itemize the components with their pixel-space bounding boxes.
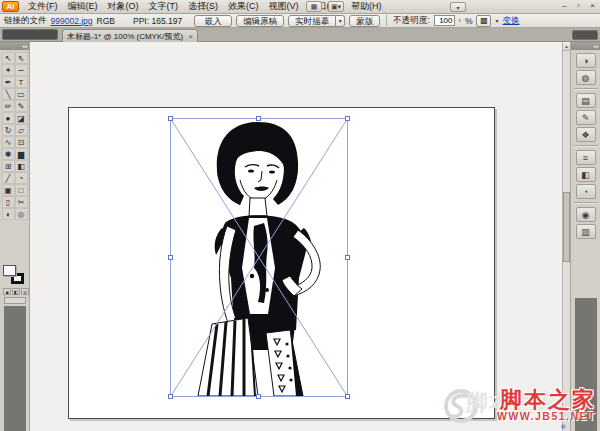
hand-tool[interactable]: ◖ bbox=[2, 208, 15, 220]
workspace-switcher-button[interactable]: ▣▾ bbox=[328, 1, 344, 12]
symbols-panel-icon[interactable]: ❖ bbox=[576, 127, 596, 142]
mesh-tool[interactable]: ⊞ bbox=[2, 160, 15, 172]
brushes-panel-icon[interactable]: ✎ bbox=[576, 110, 596, 125]
recolor-artwork-button[interactable]: ▩ bbox=[476, 15, 491, 27]
menu-item[interactable]: 帮助(H) bbox=[346, 0, 387, 13]
rotate-tool[interactable]: ↻ bbox=[2, 124, 15, 136]
menu-item[interactable]: 编辑(E) bbox=[63, 0, 103, 13]
rectangle-tool[interactable]: ▭ bbox=[15, 88, 28, 100]
scrollbar-up-arrow-icon[interactable]: ▴ bbox=[563, 42, 570, 51]
document-tab-bar: 未标题-1* @ 100% (CMYK/预览) × bbox=[0, 28, 600, 42]
live-trace-dropdown-icon[interactable]: ▾ bbox=[336, 15, 345, 27]
dock-collapse-icon[interactable]: ◂◂ bbox=[571, 42, 600, 50]
selection-handle-top-right[interactable] bbox=[345, 116, 350, 121]
selection-handle-middle-left[interactable] bbox=[168, 255, 173, 260]
filename-link[interactable]: 999002.jpg bbox=[51, 16, 93, 26]
color-button[interactable]: ■ bbox=[3, 288, 11, 295]
restore-button[interactable]: ▫ bbox=[573, 1, 584, 11]
fill-swatch[interactable] bbox=[3, 265, 16, 276]
column-graph-tool[interactable]: ▆ bbox=[15, 148, 28, 160]
color-guide-panel-icon[interactable]: ◍ bbox=[576, 70, 596, 85]
gradient-panel-icon[interactable]: ◧ bbox=[576, 167, 596, 182]
dock-separator[interactable] bbox=[574, 88, 598, 90]
selection-handle-bottom-center[interactable] bbox=[256, 394, 261, 399]
width-tool[interactable]: ∿ bbox=[2, 136, 15, 148]
arrange-documents-button[interactable]: ▦ bbox=[306, 1, 322, 12]
tab-bar-right-button[interactable] bbox=[572, 30, 598, 40]
tool-grid: ↖ ⇖ ✶ ∽ ✒ T ╲ ▭ ✏ ✎ ● ◪ bbox=[0, 50, 29, 220]
eyedropper-tool[interactable]: ╱ bbox=[2, 172, 15, 184]
stroke-panel-icon[interactable]: ≡ bbox=[576, 150, 596, 165]
opacity-dropdown-icon[interactable]: › bbox=[459, 17, 461, 24]
tools-panel-empty-strip bbox=[4, 306, 26, 431]
selection-handle-bottom-left[interactable] bbox=[168, 394, 173, 399]
symbol-sprayer-tool[interactable]: ✱ bbox=[2, 148, 15, 160]
minimize-button[interactable]: – bbox=[559, 1, 570, 11]
menu-item[interactable]: 文件(F) bbox=[23, 0, 63, 13]
color-mode-buttons: ■ ◧ ⊘ bbox=[3, 288, 29, 295]
selection-handle-top-center[interactable] bbox=[256, 116, 261, 121]
pencil-tool[interactable]: ✎ bbox=[15, 100, 28, 112]
selection-handle-middle-right[interactable] bbox=[345, 255, 350, 260]
type-tool[interactable]: T bbox=[15, 76, 28, 88]
site-watermark: 脚本之家 脚本之家 WWW.JB51.NET ※ bbox=[438, 384, 600, 431]
swatches-panel-icon[interactable]: ▤ bbox=[576, 93, 596, 108]
gradient-tool[interactable]: ◧ bbox=[15, 160, 28, 172]
tools-panel: ◂◂ ↖ ⇖ ✶ ∽ ✒ T ╲ ▭ ✏ ✎ ● bbox=[0, 42, 30, 431]
dock-separator[interactable] bbox=[574, 145, 598, 147]
zoom-tool[interactable]: ◎ bbox=[15, 208, 28, 220]
tools-panel-collapse-icon[interactable]: ◂◂ bbox=[0, 42, 29, 50]
none-button[interactable]: ⊘ bbox=[21, 288, 29, 295]
drawing-mode-button[interactable] bbox=[4, 297, 26, 304]
blend-tool[interactable]: ◔ bbox=[15, 172, 28, 184]
combo-dropdown-arrow-icon[interactable]: ▾ bbox=[450, 2, 466, 12]
menu-item[interactable]: 效果(C) bbox=[223, 0, 264, 13]
window-controls: – ▫ × bbox=[559, 1, 598, 11]
vertical-scrollbar[interactable]: ▴ bbox=[562, 42, 570, 431]
dock-separator[interactable] bbox=[574, 202, 598, 204]
menu-bar: Ai 文件(F) 编辑(E) 对象(O) 文字(T) 选择(S) 效果(C) 视… bbox=[0, 0, 600, 14]
appearance-panel-icon[interactable]: ◉ bbox=[576, 207, 596, 222]
free-transform-tool[interactable]: ⊡ bbox=[15, 136, 28, 148]
live-trace-button[interactable]: 实时描摹 bbox=[288, 15, 336, 27]
dock-items: ◑ ◍ ▤ ✎ ❖ ≡ ◧ ◔ ◉ bbox=[571, 50, 600, 240]
transform-link[interactable]: 变换 bbox=[502, 15, 519, 27]
paintbrush-tool[interactable]: ✏ bbox=[2, 100, 15, 112]
recolor-dropdown-icon[interactable]: ▾ bbox=[495, 17, 498, 24]
color-panel-icon[interactable]: ◑ bbox=[576, 53, 596, 68]
placed-image-fashion-illustration[interactable] bbox=[170, 118, 347, 396]
close-button[interactable]: × bbox=[587, 1, 598, 11]
tab-close-icon[interactable]: × bbox=[188, 32, 193, 41]
eraser-tool[interactable]: ◪ bbox=[15, 112, 28, 124]
slice-tool[interactable]: ✂ bbox=[15, 196, 28, 208]
canvas-area[interactable]: ▴ bbox=[30, 42, 570, 431]
layers-panel-icon[interactable]: ▥ bbox=[576, 224, 596, 239]
menu-item[interactable]: 文字(T) bbox=[144, 0, 184, 13]
lasso-tool[interactable]: ∽ bbox=[15, 64, 28, 76]
mask-button[interactable]: 蒙版 bbox=[349, 15, 380, 27]
menu-item[interactable]: 对象(O) bbox=[103, 0, 144, 13]
magic-wand-tool[interactable]: ✶ bbox=[2, 64, 15, 76]
transparency-panel-icon[interactable]: ◔ bbox=[576, 184, 596, 199]
menu-item[interactable]: 视图(V) bbox=[264, 0, 304, 13]
document-tab[interactable]: 未标题-1* @ 100% (CMYK/预览) × bbox=[62, 29, 198, 42]
gradient-button[interactable]: ◧ bbox=[12, 288, 20, 295]
scrollbar-thumb[interactable] bbox=[563, 192, 570, 262]
blob-brush-tool[interactable]: ● bbox=[2, 112, 15, 124]
live-paint-bucket-tool[interactable]: ▣ bbox=[2, 184, 15, 196]
opacity-input[interactable] bbox=[434, 15, 455, 26]
selection-handle-top-left[interactable] bbox=[168, 116, 173, 121]
embed-button[interactable]: 嵌入 bbox=[194, 15, 232, 27]
direct-selection-tool[interactable]: ⇖ bbox=[15, 52, 28, 64]
panel-dock: ◂◂ ◑ ◍ ▤ ✎ ❖ ≡ ◧ ◔ bbox=[570, 42, 600, 431]
pen-tool[interactable]: ✒ bbox=[2, 76, 15, 88]
selection-tool[interactable]: ↖ bbox=[2, 52, 15, 64]
live-paint-selection-tool[interactable]: □ bbox=[15, 184, 28, 196]
artboard-tool[interactable]: ▯ bbox=[2, 196, 15, 208]
edit-original-button[interactable]: 编辑原稿 bbox=[236, 15, 284, 27]
selection-handle-bottom-right[interactable] bbox=[345, 394, 350, 399]
menu-item[interactable]: 选择(S) bbox=[183, 0, 223, 13]
line-segment-tool[interactable]: ╲ bbox=[2, 88, 15, 100]
color-mode-label: RGB bbox=[97, 16, 115, 26]
scale-tool[interactable]: ▱ bbox=[15, 124, 28, 136]
